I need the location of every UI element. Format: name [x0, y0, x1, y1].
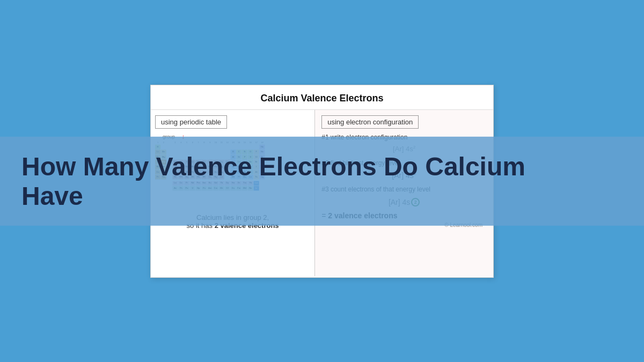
banner-overlay: How Many Valence Electrons Do Calcium Ha…	[0, 136, 644, 225]
card-title: Calcium Valence Electrons	[151, 85, 493, 110]
banner-title: How Many Valence Electrons Do Calcium Ha…	[21, 151, 525, 210]
left-method-label: using periodic table	[155, 115, 227, 129]
right-method-label: using electron configuration	[321, 115, 419, 129]
